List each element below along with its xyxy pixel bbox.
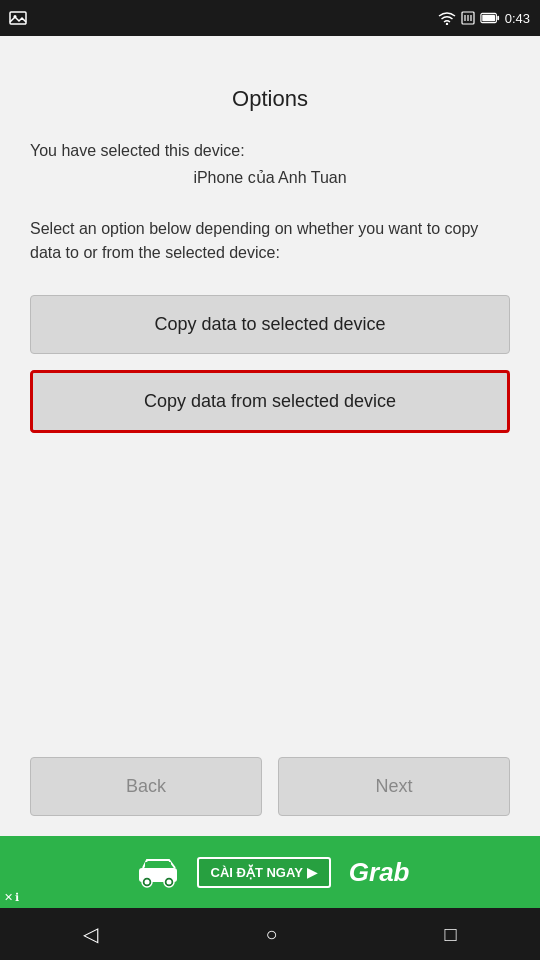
- device-name: iPhone của Anh Tuan: [30, 168, 510, 187]
- ad-content: CÀI ĐẶT NGAY ▶ Grab: [131, 856, 410, 888]
- signal-icon: [461, 11, 475, 25]
- copy-to-button[interactable]: Copy data to selected device: [30, 295, 510, 354]
- battery-icon: [480, 12, 500, 24]
- svg-rect-8: [497, 16, 499, 21]
- instruction-text: Select an option below depending on whet…: [30, 217, 510, 265]
- status-left: [8, 8, 28, 28]
- svg-rect-0: [10, 12, 26, 24]
- recent-nav-icon[interactable]: □: [444, 923, 456, 946]
- home-nav-icon[interactable]: ○: [265, 923, 277, 946]
- svg-rect-9: [482, 15, 495, 21]
- svg-rect-12: [161, 862, 171, 868]
- wifi-icon: [438, 11, 456, 25]
- car-icon: [131, 856, 187, 888]
- ad-install-button[interactable]: CÀI ĐẶT NGAY ▶: [197, 857, 331, 888]
- selected-device-label: You have selected this device:: [30, 142, 510, 160]
- svg-point-14: [144, 880, 149, 885]
- content-area: You have selected this device: iPhone củ…: [0, 142, 540, 737]
- bottom-nav: Back Next: [0, 737, 540, 836]
- main-content: Options You have selected this device: i…: [0, 36, 540, 836]
- grab-logo: Grab: [349, 857, 410, 888]
- svg-point-2: [445, 23, 447, 25]
- gallery-icon: [8, 8, 28, 28]
- status-time: 0:43: [505, 11, 530, 26]
- back-nav-icon[interactable]: ◁: [83, 922, 98, 946]
- back-button[interactable]: Back: [30, 757, 262, 816]
- svg-rect-11: [145, 862, 155, 868]
- copy-from-button[interactable]: Copy data from selected device: [30, 370, 510, 433]
- svg-point-16: [166, 880, 171, 885]
- status-bar: 0:43: [0, 0, 540, 36]
- page-title: Options: [0, 86, 540, 112]
- ad-close: ✕ ℹ: [4, 891, 19, 904]
- ad-banner[interactable]: CÀI ĐẶT NGAY ▶ Grab ✕ ℹ: [0, 836, 540, 908]
- android-nav: ◁ ○ □: [0, 908, 540, 960]
- status-right: 0:43: [438, 11, 530, 26]
- next-button[interactable]: Next: [278, 757, 510, 816]
